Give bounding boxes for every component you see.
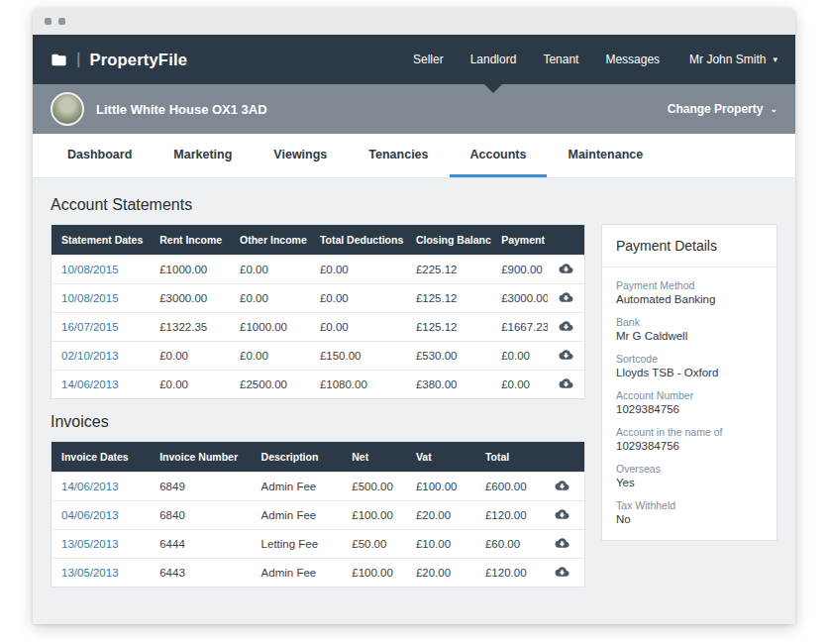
folder-icon [51,52,67,68]
cloud-download-icon[interactable] [554,507,570,521]
table-cell: £0.00 [230,256,310,284]
property-bar: Little White House OX1 3AD Change Proper… [33,84,795,134]
cloud-download-icon[interactable] [558,348,574,362]
cloud-download-icon[interactable] [554,479,570,492]
payment-field-value: No [616,513,763,525]
table-cell: £100.00 [342,559,406,588]
table-cell: £0.00 [150,371,230,399]
payment-field: Account Number1029384756 [616,389,763,415]
tab-maintenance[interactable]: Maintenance [547,134,664,177]
column-header: Net [342,442,406,473]
property-name: Little White House OX1 3AD [96,102,267,117]
table-cell-actions [540,473,585,501]
column-header: Total Deductions [310,225,406,256]
cloud-download-icon[interactable] [558,376,574,390]
app-logo[interactable]: | PropertyFile [51,50,187,69]
payment-field: Account in the name of1029384756 [616,426,763,452]
column-header: Payment [491,225,548,256]
table-cell: £100.00 [342,501,406,530]
cloud-download-icon[interactable] [558,262,574,275]
table-cell: 6849 [150,473,251,501]
chevron-down-icon: ⌄ [770,104,777,114]
table-cell: £0.00 [230,284,310,313]
table-row: 14/06/20136849Admin Fee£500.00£100.00£60… [52,473,585,501]
nav-item-seller[interactable]: Seller [413,35,444,84]
table-cell: £20.00 [406,559,475,588]
table-cell: £600.00 [475,473,540,501]
table-cell: £125.12 [406,313,491,342]
column-header: Rent Income [150,225,230,256]
top-navbar: | PropertyFile SellerLandlordTenantMessa… [33,35,795,84]
table-cell: 14/06/2013 [52,371,151,399]
tab-tenancies[interactable]: Tenancies [348,134,449,177]
payment-field-label: Account in the name of [616,426,763,438]
table-header-row: Invoice DatesInvoice NumberDescriptionNe… [52,442,585,473]
table-cell: 02/10/2013 [52,342,151,371]
table-cell: £1667.23 [491,313,548,342]
payment-field: OverseasYes [616,463,763,488]
table-cell: £20.00 [406,501,475,530]
table-cell: £120.00 [475,501,540,530]
cloud-download-icon[interactable] [554,565,570,579]
user-name: Mr John Smith [689,53,766,66]
logo-separator: | [76,50,80,69]
payment-field-label: Sortcode [616,353,763,365]
payment-field-value: Mr G Caldwell [616,330,763,342]
cloud-download-icon[interactable] [558,319,574,333]
tab-accounts[interactable]: Accounts [450,134,548,177]
table-row: 13/05/20136443Admin Fee£100.00£20.00£120… [52,559,585,588]
table-row: 14/06/2013£0.00£2500.00£1080.00£380.00£0… [52,371,585,399]
date-link[interactable]: 13/05/2013 [61,567,119,579]
header-nav: SellerLandlordTenantMessages [413,35,660,84]
content-area: Account Statements Statement DatesRent I… [33,178,795,624]
cloud-download-icon[interactable] [558,290,574,304]
payment-field-value: 1029384756 [616,440,763,452]
column-header: Other Income [230,225,310,256]
nav-item-landlord[interactable]: Landlord [470,35,517,84]
payment-field: SortcodeLloyds TSB - Oxford [616,353,763,378]
payment-field-label: Tax Withheld [616,499,763,511]
cloud-download-icon[interactable] [554,536,570,550]
table-cell: 16/07/2015 [52,313,151,342]
table-cell: £0.00 [491,371,548,399]
nav-item-messages[interactable]: Messages [605,35,660,84]
date-link[interactable]: 10/08/2015 [61,264,119,275]
table-cell: £125.12 [406,284,491,313]
table-cell-actions [548,313,585,342]
tab-dashboard[interactable]: Dashboard [47,134,153,177]
tab-bar: DashboardMarketingViewingsTenanciesAccou… [33,134,795,178]
tab-marketing[interactable]: Marketing [153,134,253,177]
change-property-button[interactable]: Change Property ⌄ [668,102,777,116]
date-link[interactable]: 10/08/2015 [61,292,119,304]
table-cell: 04/06/2013 [52,501,151,530]
window-control-dot [58,18,65,25]
column-header: Closing Balance [406,225,491,256]
date-link[interactable]: 16/07/2015 [61,321,119,333]
date-link[interactable]: 14/06/2013 [61,481,119,492]
window-chrome [33,8,795,35]
nav-item-tenant[interactable]: Tenant [543,35,578,84]
user-menu[interactable]: Mr John Smith ▾ [689,53,777,66]
date-link[interactable]: 14/06/2013 [61,378,119,390]
tab-viewings[interactable]: Viewings [253,134,348,177]
column-header: Vat [406,442,475,473]
table-cell: £60.00 [475,530,540,559]
date-link[interactable]: 04/06/2013 [61,509,119,521]
date-link[interactable]: 02/10/2013 [61,350,119,362]
date-link[interactable]: 13/05/2013 [61,538,119,550]
table-cell: £120.00 [475,559,540,588]
statements-table: Statement DatesRent IncomeOther IncomeTo… [51,224,585,399]
payment-field: Payment MethodAutomated Banking [616,279,763,305]
table-cell: £0.00 [491,342,548,371]
table-cell: Admin Fee [252,559,343,588]
table-row: 13/05/20136444Letting Fee£50.00£10.00£60… [52,530,585,559]
column-header-actions [548,225,585,256]
table-row: 04/06/20136840Admin Fee£100.00£20.00£120… [52,501,585,530]
payment-details-title: Payment Details [602,225,776,268]
table-cell: £0.00 [150,342,230,371]
chevron-down-icon: ▾ [773,54,777,64]
table-cell: £500.00 [342,473,406,501]
column-header: Invoice Dates [52,442,151,473]
table-cell: £900.00 [491,256,548,284]
column-header: Statement Dates [52,225,151,256]
